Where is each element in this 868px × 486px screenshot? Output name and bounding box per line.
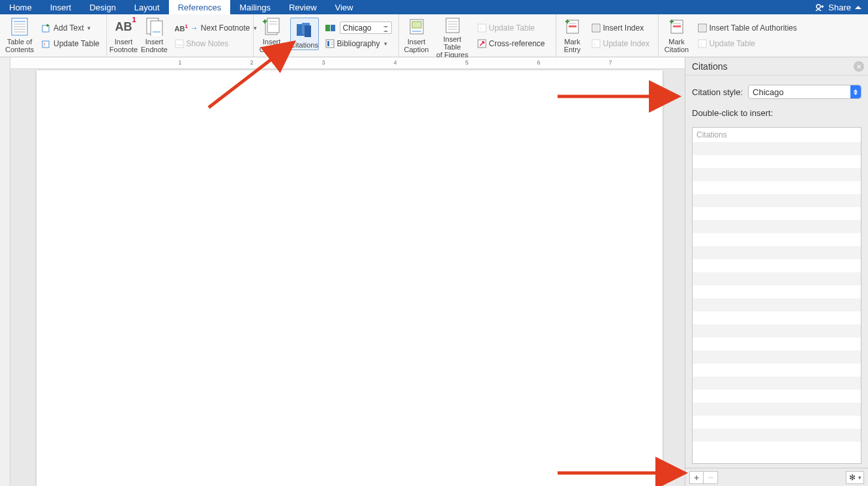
collapse-ribbon-icon[interactable]: [855, 6, 861, 9]
caption-icon: [409, 17, 425, 36]
add-text-label: Add Text: [53, 23, 83, 33]
insert-toa-button[interactable]: Insert Table of Authorities: [695, 21, 806, 35]
group-captions: Insert Caption Insert Table of Figures !…: [399, 14, 556, 57]
svg-rect-11: [151, 21, 162, 36]
ruler-tick-6: 6: [537, 59, 540, 66]
select-stepper-icon: [850, 85, 861, 98]
style-swatch-icon: [325, 23, 336, 33]
add-text-icon: [42, 23, 51, 33]
mark-citation-icon: [669, 17, 685, 36]
show-notes-label: Show Notes: [187, 39, 229, 48]
svg-point-0: [816, 5, 820, 8]
svg-text:!: !: [594, 42, 595, 48]
insert-citation-button[interactable]: Insert Citation: [258, 16, 286, 55]
svg-text:!: !: [480, 26, 481, 32]
cross-reference-button[interactable]: Cross-reference: [475, 36, 552, 51]
dropdown-icon: ▾: [384, 40, 387, 47]
gear-icon: ✻: [849, 473, 856, 482]
bibliography-label: Bibliography: [337, 39, 380, 48]
toc-label: Table of Contents: [5, 38, 34, 53]
add-citation-button[interactable]: +: [689, 471, 704, 484]
citation-style-value-pane: Chicago: [753, 87, 784, 97]
svg-rect-13: [175, 40, 183, 48]
bibliography-icon: [325, 39, 335, 48]
update-icon: !: [698, 39, 707, 48]
citations-tool-button[interactable]: Citations: [292, 19, 318, 49]
citations-list-placeholder: Citations: [693, 128, 861, 142]
insert-toa-label: Insert Table of Authorities: [710, 23, 798, 33]
toa-icon: [698, 23, 707, 33]
mark-citation-button[interactable]: Mark Citation: [663, 16, 691, 55]
workarea: 1 2 3 4 5 6 7 Citations ✕ Citation style…: [0, 57, 868, 486]
ab-icon: AB: [115, 20, 132, 34]
next-footnote-button[interactable]: AB1 → Next Footnote ▾: [172, 21, 249, 35]
ribbon: Table of Contents Add Text ▾ ! Update Ta…: [0, 14, 868, 57]
mark-citation-label: Mark Citation: [665, 38, 689, 53]
citation-style-select-pane[interactable]: Chicago: [748, 85, 861, 99]
tab-references[interactable]: References: [169, 0, 230, 14]
citation-style-value: Chicago: [343, 23, 372, 33]
share-button[interactable]: Share: [828, 3, 851, 12]
update-toa-button[interactable]: ! Update Table: [695, 36, 806, 51]
svg-rect-25: [327, 41, 329, 46]
group-toa: Mark Citation Insert Table of Authoritie…: [659, 14, 810, 57]
close-icon[interactable]: ✕: [854, 61, 864, 72]
citation-settings-button[interactable]: ✻ ▾: [846, 471, 864, 484]
citation-style-row-pane: Citation style: Chicago: [692, 85, 861, 99]
citations-icon: [295, 20, 314, 40]
tab-mailings[interactable]: Mailings: [230, 0, 280, 14]
document-page[interactable]: [37, 70, 663, 486]
tab-design[interactable]: Design: [80, 0, 125, 14]
mark-entry-button[interactable]: Mark Entry: [560, 16, 585, 55]
svg-rect-55: [698, 40, 706, 48]
tab-insert[interactable]: Insert: [41, 0, 81, 14]
tab-review[interactable]: Review: [280, 0, 326, 14]
citations-list[interactable]: Citations: [692, 127, 861, 464]
update-toc-button[interactable]: ! Update Table: [39, 36, 102, 51]
superscript-1-icon: 1: [132, 16, 136, 23]
update-tof-button[interactable]: ! Update Table: [475, 21, 552, 35]
insert-footnote-button[interactable]: AB 1 Insert Footnote: [111, 16, 137, 55]
citations-tool-highlighted: Citations: [290, 18, 319, 50]
insert-endnote-label: Insert Endnote: [141, 38, 168, 53]
bibliography-button[interactable]: Bibliography ▾: [323, 36, 395, 51]
group-index: Mark Entry Insert Index ! Update Index: [556, 14, 659, 57]
share-icon: [815, 3, 824, 11]
tab-view[interactable]: View: [326, 0, 363, 14]
update-index-button[interactable]: ! Update Index: [589, 36, 654, 51]
insert-index-label: Insert Index: [603, 23, 644, 33]
insert-citation-icon: [263, 17, 281, 36]
update-icon: !: [42, 39, 51, 48]
next-footnote-label: Next Footnote: [201, 23, 250, 33]
citation-style-row: Chicago: [323, 21, 395, 35]
document-canvas-wrap: 1 2 3 4 5 6 7: [10, 57, 685, 486]
dropdown-icon: ▾: [858, 474, 861, 481]
toc-icon: [11, 17, 28, 36]
svg-text:!: !: [700, 42, 702, 48]
ruler-tick-2: 2: [250, 59, 253, 66]
ruler-tick-7: 7: [608, 59, 612, 66]
show-notes-button[interactable]: Show Notes: [172, 36, 249, 51]
insert-endnote-button[interactable]: Insert Endnote: [141, 16, 168, 55]
mark-entry-label: Mark Entry: [564, 38, 581, 53]
citations-tool-label: Citations: [290, 41, 318, 49]
tab-bar: Home Insert Design Layout References Mai…: [0, 0, 868, 14]
citation-style-select[interactable]: Chicago: [340, 21, 392, 34]
ruler-tick-1: 1: [178, 59, 181, 66]
svg-rect-29: [412, 21, 421, 28]
insert-caption-button[interactable]: Insert Caption: [403, 16, 430, 55]
citations-pane: Citations ✕ Citation style: Chicago Doub…: [685, 57, 868, 486]
update-index-label: Update Index: [603, 39, 650, 48]
dropdown-icon: ▾: [87, 25, 91, 31]
remove-citation-button[interactable]: −: [704, 471, 718, 484]
insert-tof-label: Insert Table of Figures: [434, 35, 471, 59]
insert-tof-button[interactable]: Insert Table of Figures: [434, 16, 471, 55]
tab-layout[interactable]: Layout: [125, 0, 169, 14]
insert-index-button[interactable]: Insert Index: [589, 21, 654, 35]
citations-pane-header: Citations ✕: [685, 57, 868, 76]
add-text-button[interactable]: Add Text ▾: [39, 21, 102, 35]
tab-home[interactable]: Home: [0, 0, 41, 14]
group-footnotes: AB 1 Insert Footnote Insert Endnote AB1 …: [107, 14, 254, 57]
toc-button[interactable]: Table of Contents: [4, 16, 35, 55]
share-area: Share: [809, 0, 868, 14]
